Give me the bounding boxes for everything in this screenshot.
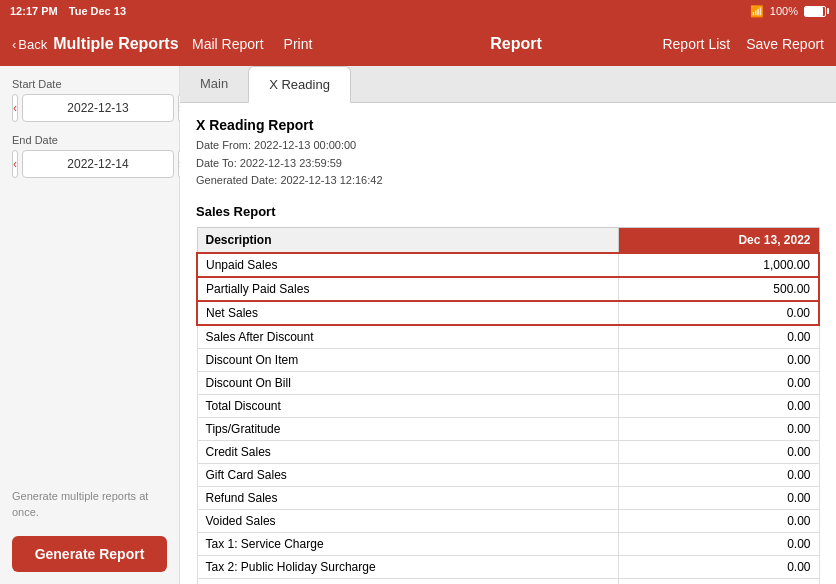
table-row: Total Discount0.00 bbox=[197, 394, 819, 417]
table-cell-description: Total Discount bbox=[197, 394, 618, 417]
table-cell-value: 0.00 bbox=[618, 417, 819, 440]
table-cell-value: 0.00 bbox=[618, 371, 819, 394]
generate-report-button[interactable]: Generate Report bbox=[12, 536, 167, 572]
start-date-section: Start Date ‹ › bbox=[12, 78, 167, 122]
table-row: Total Tax0.00 bbox=[197, 578, 819, 584]
end-date-section: End Date ‹ › bbox=[12, 134, 167, 178]
table-cell-description: Discount On Item bbox=[197, 348, 618, 371]
status-bar: 12:17 PM Tue Dec 13 📶 100% bbox=[0, 0, 836, 22]
nav-right: Report List Save Report bbox=[624, 36, 824, 52]
status-time: 12:17 PM bbox=[10, 5, 58, 17]
table-row: Net Sales0.00 bbox=[197, 301, 819, 325]
table-row: Sales After Discount0.00 bbox=[197, 325, 819, 349]
table-cell-description: Tips/Gratitude bbox=[197, 417, 618, 440]
table-row: Refund Sales0.00 bbox=[197, 486, 819, 509]
table-cell-value: 0.00 bbox=[618, 509, 819, 532]
sidebar: Start Date ‹ › End Date ‹ › Generate mul… bbox=[0, 66, 180, 584]
tabs: Main X Reading bbox=[180, 66, 836, 103]
back-button[interactable]: ‹ Back bbox=[12, 37, 47, 52]
table-cell-value: 500.00 bbox=[618, 277, 819, 301]
table-cell-description: Discount On Bill bbox=[197, 371, 618, 394]
table-row: Tips/Gratitude0.00 bbox=[197, 417, 819, 440]
table-cell-description: Refund Sales bbox=[197, 486, 618, 509]
report-date-from: Date From: 2022-12-13 00:00:00 bbox=[196, 137, 820, 155]
start-date-label: Start Date bbox=[12, 78, 167, 90]
table-row: Discount On Item0.00 bbox=[197, 348, 819, 371]
save-report-button[interactable]: Save Report bbox=[746, 36, 824, 52]
table-header-description: Description bbox=[197, 227, 618, 253]
nav-title: Multiple Reports bbox=[53, 35, 178, 53]
table-cell-value: 0.00 bbox=[618, 394, 819, 417]
mail-report-button[interactable]: Mail Report bbox=[192, 36, 264, 52]
nav-left: ‹ Back Multiple Reports bbox=[12, 35, 192, 53]
report-meta: Date From: 2022-12-13 00:00:00 Date To: … bbox=[196, 137, 820, 190]
wifi-icon: 📶 bbox=[750, 5, 764, 18]
table-row: Discount On Bill0.00 bbox=[197, 371, 819, 394]
table-cell-value: 0.00 bbox=[618, 486, 819, 509]
print-button[interactable]: Print bbox=[284, 36, 313, 52]
battery-icon bbox=[804, 6, 826, 17]
table-cell-description: Tax 2: Public Holiday Surcharge bbox=[197, 555, 618, 578]
report-generated-date: Generated Date: 2022-12-13 12:16:42 bbox=[196, 172, 820, 190]
table-cell-value: 0.00 bbox=[618, 440, 819, 463]
report-title: X Reading Report bbox=[196, 117, 820, 133]
main-layout: Start Date ‹ › End Date ‹ › Generate mul… bbox=[0, 66, 836, 584]
content-area: Main X Reading X Reading Report Date Fro… bbox=[180, 66, 836, 584]
table-cell-value: 0.00 bbox=[618, 301, 819, 325]
end-date-label: End Date bbox=[12, 134, 167, 146]
table-row: Gift Card Sales0.00 bbox=[197, 463, 819, 486]
table-row: Credit Sales0.00 bbox=[197, 440, 819, 463]
start-date-prev-button[interactable]: ‹ bbox=[12, 94, 18, 122]
report-date-to: Date To: 2022-12-13 23:59:59 bbox=[196, 155, 820, 173]
battery-label: 100% bbox=[770, 5, 798, 17]
table-cell-description: Net Sales bbox=[197, 301, 618, 325]
end-date-input[interactable] bbox=[22, 150, 174, 178]
table-cell-description: Credit Sales bbox=[197, 440, 618, 463]
table-cell-value: 0.00 bbox=[618, 348, 819, 371]
end-date-prev-button[interactable]: ‹ bbox=[12, 150, 18, 178]
table-cell-description: Tax 1: Service Charge bbox=[197, 532, 618, 555]
sales-report-table: Description Dec 13, 2022 Unpaid Sales1,0… bbox=[196, 227, 820, 584]
table-cell-description: Unpaid Sales bbox=[197, 253, 618, 277]
table-cell-description: Voided Sales bbox=[197, 509, 618, 532]
table-cell-value: 1,000.00 bbox=[618, 253, 819, 277]
table-cell-value: 0.00 bbox=[618, 325, 819, 349]
tab-x-reading[interactable]: X Reading bbox=[248, 66, 351, 103]
report-list-button[interactable]: Report List bbox=[662, 36, 730, 52]
start-date-input[interactable] bbox=[22, 94, 174, 122]
top-nav: ‹ Back Multiple Reports Mail Report Prin… bbox=[0, 22, 836, 66]
sidebar-helper-text: Generate multiple reports at once. bbox=[12, 489, 167, 520]
table-cell-description: Partially Paid Sales bbox=[197, 277, 618, 301]
table-row: Tax 2: Public Holiday Surcharge0.00 bbox=[197, 555, 819, 578]
report-center-label: Report bbox=[490, 35, 542, 52]
table-cell-value: 0.00 bbox=[618, 555, 819, 578]
table-cell-description: Sales After Discount bbox=[197, 325, 618, 349]
report-content: X Reading Report Date From: 2022-12-13 0… bbox=[180, 103, 836, 584]
back-chevron-icon: ‹ bbox=[12, 37, 16, 52]
status-indicators: 📶 100% bbox=[750, 5, 826, 18]
table-cell-value: 0.00 bbox=[618, 578, 819, 584]
nav-center: Report bbox=[408, 35, 624, 53]
table-row: Unpaid Sales1,000.00 bbox=[197, 253, 819, 277]
table-cell-description: Total Tax bbox=[197, 578, 618, 584]
table-row: Voided Sales0.00 bbox=[197, 509, 819, 532]
table-row: Partially Paid Sales500.00 bbox=[197, 277, 819, 301]
back-label: Back bbox=[18, 37, 47, 52]
table-header-date: Dec 13, 2022 bbox=[618, 227, 819, 253]
table-cell-description: Gift Card Sales bbox=[197, 463, 618, 486]
status-time-date: 12:17 PM Tue Dec 13 bbox=[10, 5, 126, 17]
end-date-row: ‹ › bbox=[12, 150, 167, 178]
sales-report-section-title: Sales Report bbox=[196, 204, 820, 219]
tab-main[interactable]: Main bbox=[180, 66, 248, 102]
nav-actions: Mail Report Print bbox=[192, 36, 408, 52]
start-date-row: ‹ › bbox=[12, 94, 167, 122]
table-row: Tax 1: Service Charge0.00 bbox=[197, 532, 819, 555]
table-cell-value: 0.00 bbox=[618, 532, 819, 555]
table-cell-value: 0.00 bbox=[618, 463, 819, 486]
status-date: Tue Dec 13 bbox=[69, 5, 126, 17]
